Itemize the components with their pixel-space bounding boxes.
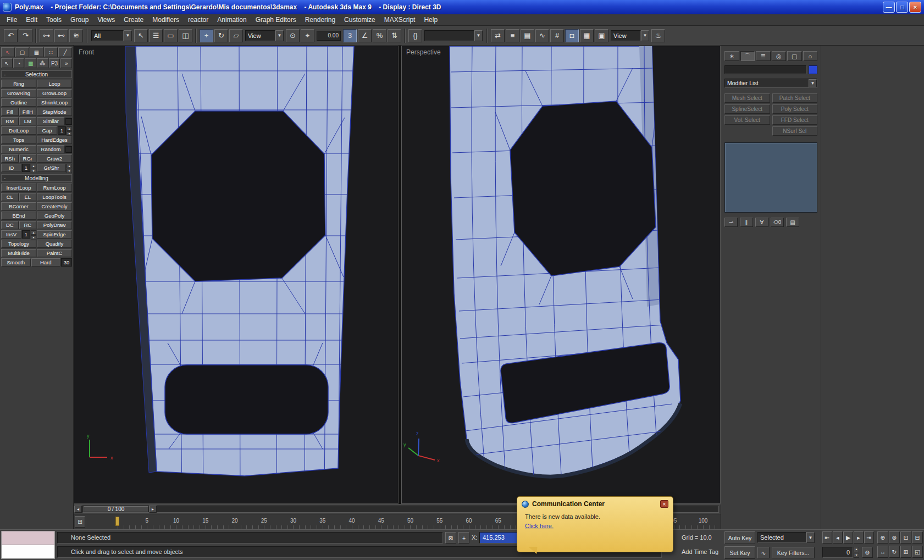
time-slider-thumb[interactable]: 0 / 100 [84,506,148,512]
go-to-start-icon[interactable]: ⇤ [822,531,832,544]
macro-recorder-line[interactable] [2,531,54,545]
render-preset-dropdown[interactable]: View ▼ [611,30,649,41]
schematic-view-icon[interactable]: # [550,29,564,42]
random-checkbox[interactable] [65,146,72,153]
button-cl[interactable]: CL [1,193,19,201]
similar-checkbox[interactable] [65,118,72,125]
close-button[interactable]: × [909,2,921,13]
button-hard[interactable]: Hard [31,258,61,267]
configure-modifier-sets-icon[interactable]: ▤ [786,218,799,227]
button-rgr[interactable]: RGr [19,154,37,163]
button-smooth[interactable]: Smooth [1,258,31,267]
frame-spinner[interactable]: ▴▾ [854,547,859,558]
add-time-tag[interactable]: Add Time Tag [682,546,718,558]
viewport-window-icon[interactable]: ▢ [15,47,29,57]
minimize-button[interactable]: — [883,2,895,13]
key-filters-button[interactable]: Key Filters... [772,547,815,558]
rollout-modelling-header[interactable]: - Modelling [1,174,72,182]
chevron-down-icon[interactable]: ▼ [641,30,649,41]
button-insertloop[interactable]: InsertLoop [1,184,36,192]
button-shrinkloop[interactable]: ShrinkLoop [37,98,72,107]
spinner-snap-toggle-icon[interactable]: ⇅ [388,29,401,42]
rendered-frame-icon[interactable]: ▣ [595,29,608,42]
button-fillh[interactable]: FillH [19,108,37,116]
select-and-move-icon[interactable]: + [200,29,213,42]
render-setup-icon[interactable]: ▦ [580,29,594,42]
menu-maxscript[interactable]: MAXScript [380,14,420,25]
modifier-stack-list[interactable] [724,142,817,213]
quick-render-icon[interactable]: ♨ [651,29,665,42]
select-by-name-icon[interactable]: ☰ [149,29,163,42]
material-editor-icon[interactable]: ◘ [565,29,579,42]
menu-group[interactable]: Group [66,14,93,25]
front-viewport-label[interactable]: Front [79,48,94,56]
tab-modify[interactable]: ⌒ [740,51,755,61]
current-frame-field[interactable]: 0 [822,547,853,558]
grshr-spinner[interactable]: ▴▾ [67,164,72,172]
modifier-list-dropdown[interactable]: Modifier List ▼ [724,79,817,88]
chevron-down-icon[interactable]: ▼ [124,30,132,41]
nsurf-sel-button[interactable]: NSurf Sel [772,126,818,136]
button-rm[interactable]: RM [1,117,19,125]
button-rsh[interactable]: RSh [1,154,19,163]
button-loop[interactable]: Loop [37,80,72,88]
button-growloop[interactable]: GrowLoop [37,89,72,97]
previous-frame-arrow[interactable]: ◄ [74,506,82,513]
select-and-rotate-icon[interactable]: ↻ [214,29,228,42]
expand-arrow-icon[interactable]: » [60,58,72,68]
patch-select-button[interactable]: Patch Select [772,93,818,103]
tab-display[interactable]: ▢ [787,51,802,61]
window-crossing-toggle-icon[interactable]: ◫ [179,29,192,42]
tab-motion[interactable]: ◎ [772,51,787,61]
pattern-icon[interactable]: ⁂ [37,58,48,68]
button-spinedge[interactable]: SpinEdge [37,230,72,239]
auto-key-button[interactable]: Auto Key [724,531,755,544]
next-frame-icon[interactable]: ▸ [854,531,864,544]
zoom-icon[interactable]: ⊕ [877,531,888,544]
button-growring[interactable]: GrowRing [1,89,36,97]
hard-value-field[interactable]: 30 [61,258,72,267]
button-numeric[interactable]: Numeric [1,145,36,153]
current-frame-marker[interactable] [115,517,119,526]
tab-utilities[interactable]: ⌂ [803,51,818,61]
align-icon[interactable]: ≡ [506,29,519,42]
play-icon[interactable]: ▶ [843,531,853,544]
menu-edit[interactable]: Edit [21,14,42,25]
tab-hierarchy[interactable]: ≣ [756,51,771,61]
poly-select-button[interactable]: Poly Select [772,104,818,114]
set-key-button[interactable]: Set Key [724,546,755,559]
key-mode-dropdown[interactable]: Selected ▼ [757,532,815,543]
button-random[interactable]: Random [37,145,65,153]
select-and-uniform-scale-icon[interactable]: ▱ [229,29,243,42]
menu-help[interactable]: Help [419,14,442,25]
layer-manager-icon[interactable]: ▤ [521,29,534,42]
p3-button[interactable]: P3 [49,58,60,68]
x-coordinate-field[interactable]: 415.253 [479,532,519,544]
button-stepmode[interactable]: StepMode [37,108,72,116]
shape-quarter-icon[interactable]: ◔ [13,58,25,68]
unlink-selection-icon[interactable]: ⊷ [54,29,68,42]
perspective-viewport-label[interactable]: Perspective [406,48,441,56]
listener-line[interactable] [2,545,54,558]
chevron-down-icon[interactable]: ▼ [474,30,483,41]
zoom-extents-icon[interactable]: ⊡ [900,531,911,544]
grid-snap-icon[interactable]: ▦ [30,47,43,57]
zoom-region-icon[interactable]: ⊟ [912,531,923,544]
absolute-offset-mode-icon[interactable]: + [458,532,469,544]
button-hardedges[interactable]: HardEdges [37,136,72,144]
zoom-extents-all-icon[interactable]: ⊞ [900,546,911,558]
select-and-link-icon[interactable]: ⊶ [40,29,53,42]
angle-snap-toggle-icon[interactable]: ∠ [358,29,372,42]
object-color-swatch[interactable] [809,65,817,74]
default-tangents-icon[interactable]: ∿ [757,547,770,558]
menu-views[interactable]: Views [93,14,119,25]
insv-spinner[interactable]: ▴▾ [31,230,36,239]
ffd-select-button[interactable]: FFD Select [772,115,818,125]
make-unique-icon[interactable]: ∀ [755,218,768,227]
button-createpoly[interactable]: CreatePoly [37,202,72,210]
pin-stack-icon[interactable]: ⊸ [724,218,738,227]
perspective-viewport[interactable]: Perspective [401,46,721,504]
id-value-field[interactable]: 1 [22,164,30,172]
button-looptools[interactable]: LoopTools [37,193,72,201]
button-bend[interactable]: BEnd [1,212,36,220]
